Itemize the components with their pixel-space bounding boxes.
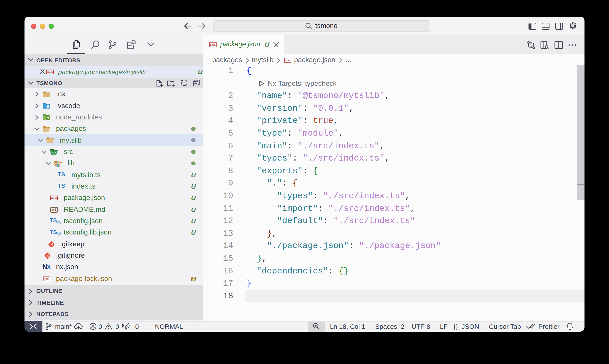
svg-text:npm: npm bbox=[285, 59, 290, 62]
svg-text:npm: npm bbox=[47, 70, 53, 74]
svg-text:JS: JS bbox=[46, 117, 49, 119]
svg-text:npm: npm bbox=[52, 197, 57, 200]
svg-text:npm: npm bbox=[43, 277, 49, 280]
svg-text:M: M bbox=[52, 208, 54, 211]
svg-text:npm: npm bbox=[210, 43, 216, 46]
svg-text:</>: </> bbox=[52, 151, 56, 155]
